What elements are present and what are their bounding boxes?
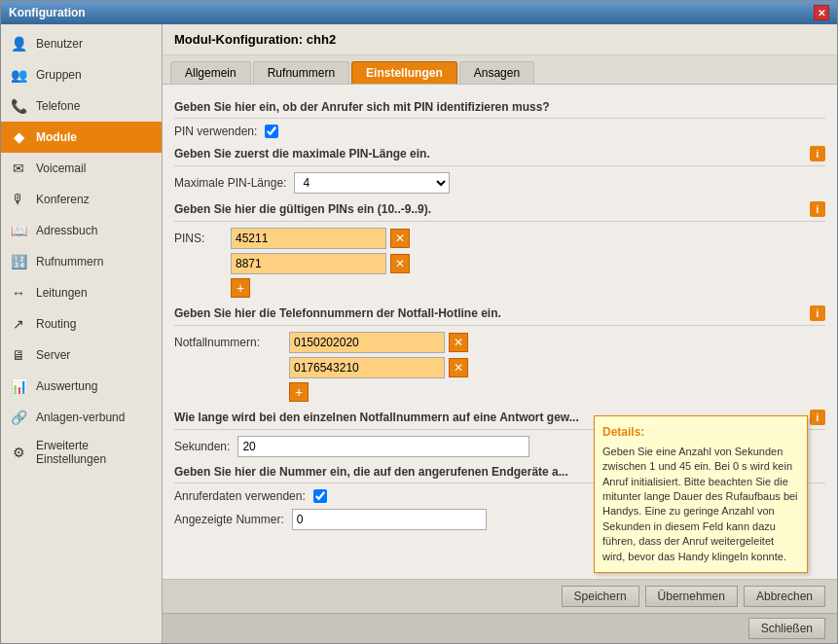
module-header-value: chh2 xyxy=(307,32,336,47)
sidebar-label-module: Module xyxy=(36,130,77,144)
add-notfall-button[interactable]: + xyxy=(289,382,309,402)
routing-icon: ↗ xyxy=(9,314,28,334)
server-icon: 🖥 xyxy=(9,345,28,365)
module-icon: ◆ xyxy=(9,127,28,147)
pins-label: PINS: xyxy=(174,232,223,245)
erweiterte-icon: ⚙ xyxy=(9,443,28,462)
sidebar-item-benutzer[interactable]: 👤 Benutzer xyxy=(1,28,162,59)
voicemail-icon: ✉ xyxy=(9,159,28,178)
tab-einstellungen[interactable]: Einstellungen xyxy=(351,61,457,84)
sidebar-label-erweiterte: Erweiterte Einstellungen xyxy=(36,439,154,466)
bottom-bar: Speichern Übernehmen Abbrechen xyxy=(163,579,837,613)
sidebar-item-anlagenverbund[interactable]: 🔗 Anlagen-verbund xyxy=(1,402,162,433)
pin-verwenden-checkbox[interactable] xyxy=(265,125,278,138)
notfall-input-0[interactable] xyxy=(289,332,445,353)
anrufer-checkbox[interactable] xyxy=(313,489,327,503)
sidebar-item-adressbuch[interactable]: 📖 Adressbuch xyxy=(1,215,162,246)
sidebar: 👤 Benutzer 👥 Gruppen 📞 Telefone ◆ Module… xyxy=(1,24,163,643)
pin-delete-0[interactable]: ✕ xyxy=(390,229,410,248)
nummer-input[interactable] xyxy=(292,509,487,530)
sidebar-label-adressbuch: Adressbuch xyxy=(36,224,97,237)
tab-rufnummern[interactable]: Rufnummern xyxy=(253,61,349,84)
adressbuch-icon: 📖 xyxy=(9,221,28,240)
section-pin-length: Geben Sie zuerst die maximale PIN-Länge … xyxy=(174,146,825,161)
pins-info-icon[interactable]: i xyxy=(810,201,825,217)
sidebar-item-voicemail[interactable]: ✉ Voicemail xyxy=(1,153,162,184)
pin-verwenden-label: PIN verwenden: xyxy=(174,125,257,138)
notfall-container: ✕ ✕ + xyxy=(289,332,468,402)
sidebar-label-rufnummern: Rufnummern xyxy=(36,255,103,268)
tab-allgemein[interactable]: Allgemein xyxy=(170,61,251,84)
pins-field-row: PINS: ✕ ✕ + xyxy=(174,228,825,298)
tab-ansagen[interactable]: Ansagen xyxy=(459,61,534,84)
section-pin-length-text: Geben Sie zuerst die maximale PIN-Länge … xyxy=(174,147,430,161)
pin-length-select[interactable]: 4 5 6 7 8 xyxy=(294,172,450,194)
tooltip-box: Details: Geben Sie eine Anzahl von Sekun… xyxy=(594,415,808,573)
sidebar-item-routing[interactable]: ↗ Routing xyxy=(1,308,162,340)
cancel-button[interactable]: Abbrechen xyxy=(744,586,825,607)
close-window-button[interactable]: ✕ xyxy=(814,5,829,20)
benutzer-icon: 👤 xyxy=(9,34,28,54)
notfall-field-row: Notfallnummern: ✕ ✕ + xyxy=(174,332,825,402)
notfall-row-0: ✕ xyxy=(289,332,468,353)
pin-length-label: Maximale PIN-Länge: xyxy=(174,176,286,190)
sidebar-item-auswertung[interactable]: 📊 Auswertung xyxy=(1,371,162,402)
close-button[interactable]: Schließen xyxy=(748,618,825,639)
save-button[interactable]: Speichern xyxy=(562,586,639,607)
section-pin-identify-text: Geben Sie hier ein, ob der Anrufer sich … xyxy=(174,100,550,114)
sidebar-item-gruppen[interactable]: 👥 Gruppen xyxy=(1,59,162,90)
sidebar-item-konferenz[interactable]: 🎙 Konferenz xyxy=(1,184,162,215)
pin-input-0[interactable] xyxy=(231,228,386,249)
sekunden-input[interactable] xyxy=(237,436,529,457)
section-wait-time-text: Wie lange wird bei den einzelnen Notfall… xyxy=(174,411,579,424)
right-panel: Modul-Konfiguration: chh2 Allgemein Rufn… xyxy=(163,24,837,643)
leitungen-icon: ↔ xyxy=(9,283,28,303)
main-content: 👤 Benutzer 👥 Gruppen 📞 Telefone ◆ Module… xyxy=(1,24,837,643)
wait-time-info-icon[interactable]: i xyxy=(810,410,825,425)
pin-length-info-icon[interactable]: i xyxy=(810,146,825,161)
sidebar-item-server[interactable]: 🖥 Server xyxy=(1,340,162,371)
notfall-input-1[interactable] xyxy=(289,357,445,378)
pin-row-0: ✕ xyxy=(231,228,410,249)
bottom-close-bar: Schließen xyxy=(163,613,837,643)
sidebar-label-server: Server xyxy=(36,348,70,362)
notfall-delete-0[interactable]: ✕ xyxy=(449,333,468,352)
sidebar-label-konferenz: Konferenz xyxy=(36,193,90,206)
rufnummern-icon: 🔢 xyxy=(9,252,28,271)
notfall-info-icon[interactable]: i xyxy=(810,305,825,321)
sidebar-label-voicemail: Voicemail xyxy=(36,161,86,175)
notfall-row-1: ✕ xyxy=(289,357,468,378)
sidebar-label-anlagenverbund: Anlagen-verbund xyxy=(36,411,125,424)
sidebar-item-leitungen[interactable]: ↔ Leitungen xyxy=(1,277,162,308)
content-area: Geben Sie hier ein, ob der Anrufer sich … xyxy=(163,85,837,579)
sidebar-label-auswertung: Auswertung xyxy=(36,379,97,393)
section-notfall-text: Geben Sie hier die Telefonnummern der No… xyxy=(174,306,501,320)
nummer-label: Angezeigte Nummer: xyxy=(174,513,284,526)
notfall-delete-1[interactable]: ✕ xyxy=(449,358,468,377)
module-header-label: Modul-Konfiguration: xyxy=(174,32,303,47)
sidebar-label-leitungen: Leitungen xyxy=(36,286,88,300)
pin-delete-1[interactable]: ✕ xyxy=(390,254,410,273)
main-window: Konfiguration ✕ 👤 Benutzer 👥 Gruppen 📞 T… xyxy=(0,0,838,644)
pin-input-1[interactable] xyxy=(231,253,386,274)
sidebar-label-gruppen: Gruppen xyxy=(36,68,82,82)
section-pin-identify: Geben Sie hier ein, ob der Anrufer sich … xyxy=(174,100,825,114)
section-notfall: Geben Sie hier die Telefonnummern der No… xyxy=(174,305,825,321)
window-title: Konfiguration xyxy=(9,6,86,19)
notfall-label: Notfallnummern: xyxy=(174,336,281,349)
sidebar-item-rufnummern[interactable]: 🔢 Rufnummern xyxy=(1,246,162,277)
anlagenverbund-icon: 🔗 xyxy=(9,408,28,427)
konferenz-icon: 🎙 xyxy=(9,190,28,209)
module-header: Modul-Konfiguration: chh2 xyxy=(163,24,837,55)
sidebar-item-module[interactable]: ◆ Module xyxy=(1,122,162,153)
sidebar-label-benutzer: Benutzer xyxy=(36,37,83,51)
telefone-icon: 📞 xyxy=(9,96,28,116)
sidebar-item-telefone[interactable]: 📞 Telefone xyxy=(1,90,162,122)
apply-button[interactable]: Übernehmen xyxy=(645,586,738,607)
pin-length-row: Maximale PIN-Länge: 4 5 6 7 8 xyxy=(174,172,825,194)
sidebar-label-routing: Routing xyxy=(36,317,76,331)
anrufer-label: Anruferdaten verwenden: xyxy=(174,489,306,503)
tooltip-text: Geben Sie eine Anzahl von Sekunden zwisc… xyxy=(602,445,799,564)
sidebar-item-erweiterte[interactable]: ⚙ Erweiterte Einstellungen xyxy=(1,433,162,472)
add-pin-button[interactable]: + xyxy=(231,278,250,298)
